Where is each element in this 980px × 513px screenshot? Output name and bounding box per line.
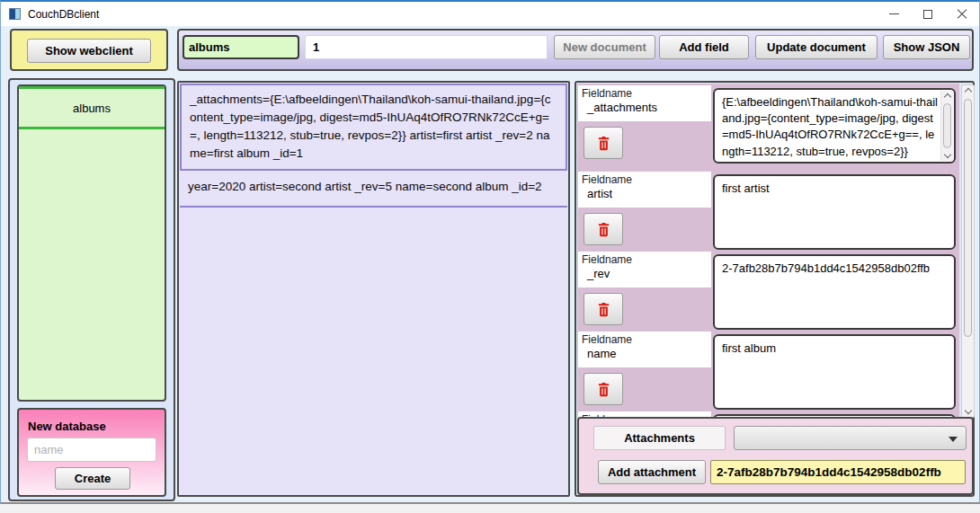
scrollbar-thumb[interactable]: [964, 99, 972, 337]
fieldname-caption: Fieldname: [582, 253, 711, 266]
scroll-down-icon: [944, 151, 951, 158]
scroll-down-icon: [965, 407, 972, 414]
revision-field[interactable]: [710, 460, 966, 484]
fieldname-value[interactable]: _attachments: [587, 101, 711, 114]
left-sidebar: albums New database Create: [8, 78, 175, 501]
attachment-dropdown[interactable]: [734, 426, 967, 450]
database-list: albums: [17, 84, 166, 402]
document-list-item[interactable]: year=2020 artist=second artist _rev=5 na…: [180, 171, 567, 208]
field-value-box[interactable]: {E:\afbeeldingen\Thailand\koh-samui-thai…: [713, 88, 956, 164]
field-value-box[interactable]: 2-7afb28b7b794b1dd4c1542958db02ffb: [713, 254, 956, 330]
trash-icon: [597, 136, 610, 151]
field-value-box[interactable]: first album: [713, 334, 956, 410]
field-value-text: {E:\afbeeldingen\Thailand\koh-samui-thai…: [722, 95, 938, 158]
fieldname-value[interactable]: name: [587, 347, 711, 360]
add-field-button[interactable]: Add field: [659, 35, 749, 59]
value-scrollbar[interactable]: [940, 91, 953, 161]
show-json-button[interactable]: Show JSON: [883, 35, 970, 59]
document-id-input[interactable]: [305, 35, 548, 59]
field-value-text: first artist: [722, 181, 770, 195]
field-value-text: first album: [722, 341, 776, 355]
new-database-title: New database: [28, 420, 106, 433]
fieldname-box: Fieldname _attachments: [578, 85, 711, 121]
minimize-button[interactable]: [877, 2, 911, 26]
title-bar: CouchDBclient: [1, 2, 979, 26]
attachments-button[interactable]: Attachments: [593, 426, 726, 450]
new-database-panel: New database Create: [17, 408, 166, 497]
trash-icon: [597, 382, 610, 397]
attachments-panel: Attachments Add attachment: [577, 417, 974, 495]
create-database-button[interactable]: Create: [55, 467, 130, 490]
update-document-button[interactable]: Update document: [755, 35, 878, 59]
document-toolbar: New document Add field Update document S…: [177, 29, 974, 71]
maximize-button[interactable]: [911, 2, 945, 26]
fieldname-caption: Fieldname: [582, 87, 711, 100]
window-title: CouchDBclient: [28, 8, 99, 21]
app-icon: [9, 8, 21, 20]
field-value-text: 2-7afb28b7b794b1dd4c1542958db02ffb: [722, 261, 930, 275]
new-document-button[interactable]: New document: [554, 35, 655, 59]
new-database-name-input[interactable]: [27, 438, 156, 462]
fieldname-value[interactable]: artist: [587, 187, 711, 200]
fieldname-box: Fieldname _rev: [578, 252, 711, 287]
field-value-box[interactable]: first artist: [713, 174, 956, 250]
webclient-panel: Show webclient: [10, 29, 168, 71]
scrollbar-thumb: [943, 103, 951, 148]
fieldname-caption: Fieldname: [582, 173, 711, 186]
add-attachment-button[interactable]: Add attachment: [598, 460, 706, 484]
app-window: CouchDBclient Show webclient New documen…: [0, 0, 980, 504]
fieldname-value[interactable]: _rev: [587, 267, 711, 280]
field-editor-panel: Fieldname _attachments {E:\afbeeldingen\…: [575, 81, 975, 497]
fields-scrollbar[interactable]: [961, 84, 975, 418]
minimize-icon: [889, 13, 899, 14]
scroll-up-icon: [965, 88, 972, 95]
close-icon: [957, 9, 967, 20]
delete-field-button[interactable]: [584, 373, 623, 405]
database-list-item[interactable]: albums: [19, 86, 165, 129]
fieldname-caption: Fieldname: [582, 333, 711, 346]
delete-field-button[interactable]: [584, 293, 623, 325]
close-button[interactable]: [945, 2, 979, 26]
trash-icon: [597, 222, 610, 237]
maximize-icon: [923, 10, 932, 19]
database-name-input[interactable]: [183, 35, 299, 59]
delete-field-button[interactable]: [584, 213, 623, 245]
fieldname-box: Fieldname artist: [578, 172, 711, 208]
delete-field-button[interactable]: [584, 127, 623, 159]
scroll-up-icon: [944, 93, 951, 101]
show-webclient-button[interactable]: Show webclient: [27, 39, 151, 63]
document-list: _attachments={E:\afbeeldingen\Thailand\k…: [177, 81, 570, 497]
document-list-item[interactable]: _attachments={E:\afbeeldingen\Thailand\k…: [180, 84, 567, 171]
fieldname-box: Fieldname name: [578, 332, 711, 367]
trash-icon: [597, 302, 610, 317]
chevron-down-icon: [949, 437, 958, 442]
